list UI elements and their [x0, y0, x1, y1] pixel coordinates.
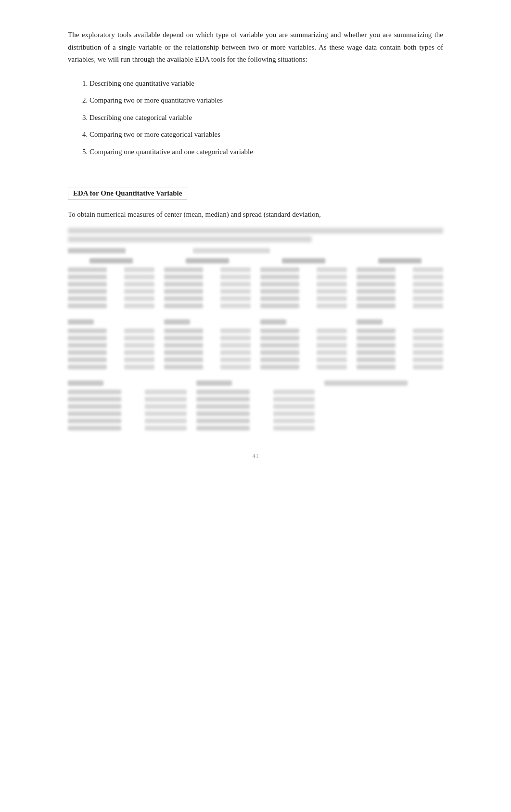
- blurred-table-2: [68, 319, 443, 372]
- blurred-output-labels: [68, 248, 443, 253]
- section-heading-box: EDA for One Quantitative Variable: [68, 187, 443, 209]
- section-intro: To obtain numerical measures of center (…: [68, 209, 443, 221]
- blurred-command-block: [68, 228, 443, 242]
- list-item-5: 5. Comparing one quantitative and one ca…: [82, 146, 443, 158]
- intro-paragraph: The exploratory tools available depend o…: [68, 29, 443, 66]
- blurred-table-1: [68, 258, 443, 311]
- page-number: 41: [68, 452, 443, 460]
- list-item-2: 2. Comparing two or more quantitative va…: [82, 94, 443, 107]
- blurred-table-3: [68, 380, 443, 433]
- list-item-4: 4. Comparing two or more categorical var…: [82, 129, 443, 141]
- numbered-list: 1. Describing one quantitative variable …: [82, 78, 443, 158]
- page-container: The exploratory tools available depend o…: [68, 0, 443, 812]
- list-item-1: 1. Describing one quantitative variable: [82, 78, 443, 90]
- list-item-3: 3. Describing one categorical variable: [82, 112, 443, 124]
- section-heading: EDA for One Quantitative Variable: [68, 187, 187, 200]
